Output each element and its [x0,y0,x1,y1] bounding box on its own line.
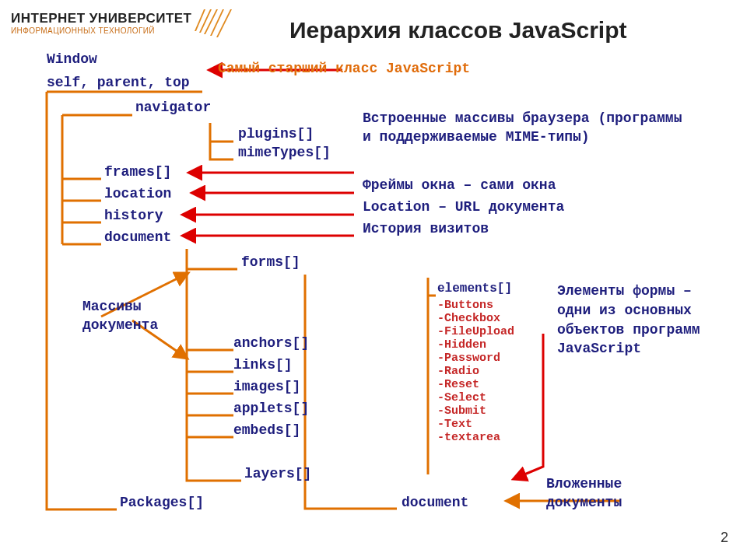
elements-list-item: -Password [437,352,514,365]
elements-list-item: -FileUpload [437,325,514,338]
node-anchors: anchors[] [233,335,309,351]
elements-list-item: -Checkbox [437,312,514,325]
svg-marker-2 [204,9,218,34]
node-plugins: plugins[] [238,126,314,142]
node-elements: elements[] [437,282,512,296]
node-window: Window [47,51,97,67]
elements-list-item: -Select [437,391,514,404]
node-location: location [104,186,171,201]
elements-list-item: -textarea [437,431,514,444]
node-links: links[] [233,357,293,373]
note-location: Location – URL документа [363,199,564,215]
note-nested: Вложенные документы [546,474,686,513]
elements-list-item: -Hidden [437,338,514,352]
page-number: 2 [721,530,728,546]
logo-title: ИНТЕРНЕТ УНИВЕРСИТЕТ [11,11,192,26]
elements-list-item: -Radio [437,365,514,378]
elements-list-item: -Buttons [437,299,514,312]
node-frames: frames[] [104,164,171,180]
note-docarrays: Массивы документа [82,297,191,335]
node-self: self, parent, top [47,75,190,90]
node-mimetypes: mimeTypes[] [238,145,331,160]
svg-marker-4 [216,9,232,37]
logo-subtitle: ИНФОРМАЦИОННЫХ ТЕХНОЛОГИЙ [11,26,192,35]
node-navigator: navigator [135,100,211,115]
node-layers: layers[] [244,466,311,481]
node-history: history [104,208,163,223]
elements-list: -Buttons-Checkbox-FileUpload-Hidden-Pass… [437,299,514,444]
node-images: images[] [233,379,300,394]
note-frames: Фреймы окна – сами окна [363,177,556,193]
logo-icon [195,9,235,40]
page-title: Иерархия классов JavaScript [289,17,627,44]
svg-marker-0 [195,9,205,31]
node-embeds: embeds[] [233,422,300,438]
note-arrays: Встроенные массивы браузера (программы и… [363,109,689,147]
svg-marker-1 [199,9,212,33]
elements-list-item: -Text [437,418,514,431]
node-applets: applets[] [233,401,309,416]
note-history: История визитов [363,221,489,236]
node-forms: forms[] [241,254,300,270]
node-packages: Packages[] [120,495,204,510]
note-formelems: Элементы формы – одни из основных объект… [557,282,728,359]
elements-list-item: -Reset [437,378,514,391]
node-document2: document [402,495,468,510]
logo-block: ИНТЕРНЕТ УНИВЕРСИТЕТ ИНФОРМАЦИОННЫХ ТЕХН… [11,11,192,35]
note-topmost: Самый старший класс JavaScript [218,61,470,76]
svg-marker-3 [210,9,224,36]
node-document: document [104,229,171,245]
elements-list-item: -Submit [437,404,514,418]
